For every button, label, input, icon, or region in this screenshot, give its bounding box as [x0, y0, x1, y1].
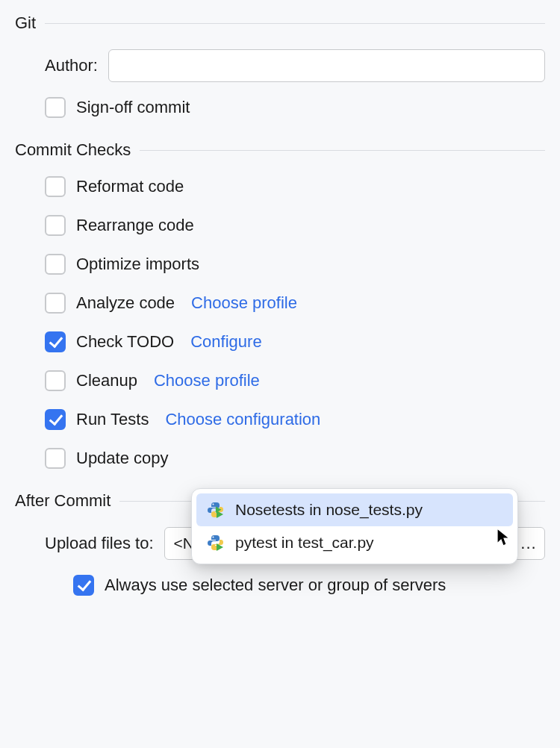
- run-tests-checkbox[interactable]: [45, 409, 66, 430]
- always-use-row: Always use selected server or group of s…: [15, 575, 545, 596]
- author-label: Author:: [45, 56, 98, 75]
- section-title-git: Git: [15, 13, 36, 33]
- reformat-code-checkbox[interactable]: [45, 176, 66, 197]
- check-todo-row: Check TODO Configure: [15, 331, 545, 352]
- check-todo-checkbox[interactable]: [45, 331, 66, 352]
- cleanup-link[interactable]: Choose profile: [154, 371, 260, 390]
- cleanup-checkbox[interactable]: [45, 370, 66, 391]
- svg-point-0: [213, 504, 214, 505]
- run-tests-label: Run Tests: [76, 410, 149, 429]
- section-header-git: Git: [15, 13, 545, 33]
- cursor-icon: [497, 528, 511, 552]
- always-use-label: Always use selected server or group of s…: [105, 576, 446, 595]
- section-divider: [45, 23, 545, 24]
- always-use-checkbox[interactable]: [73, 575, 94, 596]
- section-title-after-commit: After Commit: [15, 491, 111, 511]
- analyze-code-label: Analyze code: [76, 293, 175, 313]
- cleanup-row: Cleanup Choose profile: [15, 370, 545, 391]
- check-todo-link[interactable]: Configure: [190, 332, 261, 352]
- svg-point-2: [213, 537, 214, 538]
- cleanup-label: Cleanup: [76, 371, 137, 390]
- analyze-code-checkbox[interactable]: [45, 293, 66, 314]
- section-commit-checks: Commit Checks Reformat code Rearrange co…: [15, 140, 545, 469]
- update-copy-label: Update copy: [76, 449, 169, 468]
- popup-item-label: Nosetests in nose_tests.py: [235, 501, 423, 519]
- rearrange-code-label: Rearrange code: [76, 216, 194, 235]
- author-input[interactable]: [108, 49, 545, 82]
- python-run-icon: [207, 534, 225, 552]
- update-copy-row: Update copy: [15, 448, 545, 469]
- analyze-code-row: Analyze code Choose profile: [15, 293, 545, 314]
- check-todo-label: Check TODO: [76, 332, 174, 352]
- optimize-imports-checkbox[interactable]: [45, 254, 66, 275]
- analyze-code-link[interactable]: Choose profile: [191, 293, 297, 313]
- update-copy-checkbox[interactable]: [45, 448, 66, 469]
- popup-item-pytest[interactable]: pytest in test_car.py: [196, 526, 513, 559]
- optimize-imports-row: Optimize imports: [15, 254, 545, 275]
- section-header-commit-checks: Commit Checks: [15, 140, 545, 160]
- run-tests-link[interactable]: Choose configuration: [165, 410, 320, 429]
- signoff-label: Sign-off commit: [76, 98, 190, 117]
- upload-label: Upload files to:: [45, 534, 154, 553]
- popup-item-label: pytest in test_car.py: [235, 534, 374, 552]
- optimize-imports-label: Optimize imports: [76, 255, 199, 274]
- dots-icon: ...: [520, 534, 536, 553]
- rearrange-code-row: Rearrange code: [15, 215, 545, 236]
- run-tests-row: Run Tests Choose configuration: [15, 409, 545, 430]
- section-divider: [140, 150, 545, 151]
- section-git: Git Author: Sign-off commit: [15, 13, 545, 118]
- section-title-commit-checks: Commit Checks: [15, 140, 131, 160]
- popup-item-nosetests[interactable]: Nosetests in nose_tests.py: [196, 493, 513, 526]
- author-row: Author:: [15, 49, 545, 82]
- python-run-icon: [207, 501, 225, 519]
- rearrange-code-checkbox[interactable]: [45, 215, 66, 236]
- signoff-checkbox[interactable]: [45, 97, 66, 118]
- reformat-code-row: Reformat code: [15, 176, 545, 197]
- configuration-popup: Nosetests in nose_tests.py pytest in tes…: [191, 488, 518, 564]
- signoff-row: Sign-off commit: [15, 97, 545, 118]
- reformat-code-label: Reformat code: [76, 177, 184, 196]
